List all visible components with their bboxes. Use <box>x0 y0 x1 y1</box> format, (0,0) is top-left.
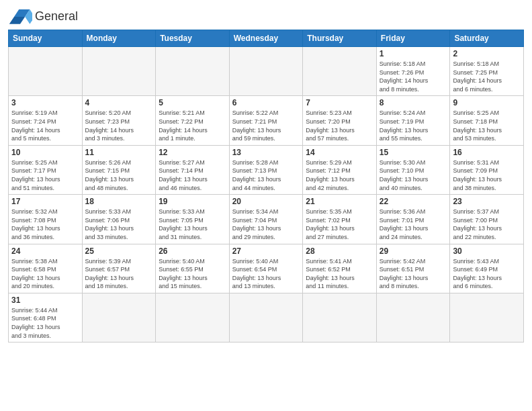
day-number: 13 <box>232 148 300 157</box>
calendar-cell <box>229 47 303 96</box>
calendar-cell: 9Sunrise: 5:25 AM Sunset: 7:18 PM Daylig… <box>450 96 524 145</box>
calendar-cell: 24Sunrise: 5:38 AM Sunset: 6:58 PM Dayli… <box>9 244 83 293</box>
calendar-cell: 12Sunrise: 5:27 AM Sunset: 7:14 PM Dayli… <box>156 145 230 194</box>
calendar: SundayMondayTuesdayWednesdayThursdayFrid… <box>8 30 524 342</box>
day-number: 15 <box>380 148 447 157</box>
calendar-cell <box>9 47 83 96</box>
calendar-cell <box>376 293 450 342</box>
calendar-cell: 30Sunrise: 5:43 AM Sunset: 6:49 PM Dayli… <box>450 244 524 293</box>
calendar-cell: 3Sunrise: 5:19 AM Sunset: 7:24 PM Daylig… <box>9 96 83 145</box>
day-info: Sunrise: 5:32 AM Sunset: 7:08 PM Dayligh… <box>11 208 79 241</box>
calendar-cell: 31Sunrise: 5:44 AM Sunset: 6:48 PM Dayli… <box>9 293 83 342</box>
day-info: Sunrise: 5:22 AM Sunset: 7:21 PM Dayligh… <box>232 109 300 142</box>
weekday-header-tuesday: Tuesday <box>156 30 230 47</box>
day-number: 24 <box>11 246 79 256</box>
day-number: 19 <box>159 197 226 206</box>
calendar-cell: 17Sunrise: 5:32 AM Sunset: 7:08 PM Dayli… <box>9 195 83 244</box>
weekday-header-friday: Friday <box>376 30 450 47</box>
calendar-cell <box>303 47 377 96</box>
day-number: 2 <box>453 49 521 58</box>
day-info: Sunrise: 5:29 AM Sunset: 7:12 PM Dayligh… <box>306 158 373 192</box>
calendar-cell: 7Sunrise: 5:23 AM Sunset: 7:20 PM Daylig… <box>303 96 377 145</box>
calendar-cell: 20Sunrise: 5:34 AM Sunset: 7:04 PM Dayli… <box>229 195 303 244</box>
calendar-cell: 14Sunrise: 5:29 AM Sunset: 7:12 PM Dayli… <box>303 145 377 194</box>
calendar-cell <box>450 293 524 342</box>
header: General <box>8 7 524 26</box>
logo-text: General <box>35 10 78 23</box>
day-number: 28 <box>306 246 373 256</box>
calendar-cell: 16Sunrise: 5:31 AM Sunset: 7:09 PM Dayli… <box>450 145 524 194</box>
calendar-cell <box>303 293 377 342</box>
day-info: Sunrise: 5:41 AM Sunset: 6:52 PM Dayligh… <box>306 257 373 291</box>
day-info: Sunrise: 5:42 AM Sunset: 6:51 PM Dayligh… <box>380 257 447 291</box>
day-number: 7 <box>306 98 373 107</box>
weekday-header-saturday: Saturday <box>450 30 524 47</box>
weekday-header-monday: Monday <box>82 30 156 47</box>
svg-marker-1 <box>9 17 25 24</box>
day-number: 31 <box>11 295 79 305</box>
weekday-header-thursday: Thursday <box>303 30 377 47</box>
day-info: Sunrise: 5:37 AM Sunset: 7:00 PM Dayligh… <box>453 208 521 241</box>
day-number: 25 <box>85 246 153 256</box>
day-info: Sunrise: 5:44 AM Sunset: 6:48 PM Dayligh… <box>11 306 79 340</box>
day-info: Sunrise: 5:18 AM Sunset: 7:25 PM Dayligh… <box>453 60 521 93</box>
calendar-cell <box>156 293 230 342</box>
day-info: Sunrise: 5:18 AM Sunset: 7:26 PM Dayligh… <box>380 60 447 93</box>
day-info: Sunrise: 5:33 AM Sunset: 7:05 PM Dayligh… <box>159 208 226 241</box>
day-number: 8 <box>380 98 447 107</box>
day-number: 16 <box>453 148 521 157</box>
day-number: 18 <box>85 197 153 206</box>
day-info: Sunrise: 5:43 AM Sunset: 6:49 PM Dayligh… <box>453 257 521 291</box>
calendar-cell: 10Sunrise: 5:25 AM Sunset: 7:17 PM Dayli… <box>9 145 83 194</box>
calendar-cell: 6Sunrise: 5:22 AM Sunset: 7:21 PM Daylig… <box>229 96 303 145</box>
calendar-cell <box>229 293 303 342</box>
calendar-cell: 2Sunrise: 5:18 AM Sunset: 7:25 PM Daylig… <box>450 47 524 96</box>
calendar-cell: 19Sunrise: 5:33 AM Sunset: 7:05 PM Dayli… <box>156 195 230 244</box>
day-info: Sunrise: 5:38 AM Sunset: 6:58 PM Dayligh… <box>11 257 79 291</box>
day-info: Sunrise: 5:30 AM Sunset: 7:10 PM Dayligh… <box>380 158 447 192</box>
day-number: 5 <box>159 98 226 107</box>
week-row-1: 1Sunrise: 5:18 AM Sunset: 7:26 PM Daylig… <box>9 47 524 96</box>
calendar-cell: 27Sunrise: 5:40 AM Sunset: 6:54 PM Dayli… <box>229 244 303 293</box>
calendar-cell: 21Sunrise: 5:35 AM Sunset: 7:02 PM Dayli… <box>303 195 377 244</box>
calendar-cell: 29Sunrise: 5:42 AM Sunset: 6:51 PM Dayli… <box>376 244 450 293</box>
day-info: Sunrise: 5:39 AM Sunset: 6:57 PM Dayligh… <box>85 257 153 291</box>
day-number: 14 <box>306 148 373 157</box>
weekday-header-sunday: Sunday <box>9 30 83 47</box>
day-number: 1 <box>380 49 447 58</box>
day-number: 21 <box>306 197 373 206</box>
week-row-6: 31Sunrise: 5:44 AM Sunset: 6:48 PM Dayli… <box>9 293 524 342</box>
calendar-cell: 28Sunrise: 5:41 AM Sunset: 6:52 PM Dayli… <box>303 244 377 293</box>
day-number: 6 <box>232 98 300 107</box>
calendar-cell <box>82 47 156 96</box>
day-info: Sunrise: 5:40 AM Sunset: 6:54 PM Dayligh… <box>232 257 300 291</box>
day-number: 3 <box>11 98 79 107</box>
calendar-cell: 13Sunrise: 5:28 AM Sunset: 7:13 PM Dayli… <box>229 145 303 194</box>
week-row-4: 17Sunrise: 5:32 AM Sunset: 7:08 PM Dayli… <box>9 195 524 244</box>
calendar-cell: 23Sunrise: 5:37 AM Sunset: 7:00 PM Dayli… <box>450 195 524 244</box>
day-info: Sunrise: 5:36 AM Sunset: 7:01 PM Dayligh… <box>380 208 447 241</box>
day-info: Sunrise: 5:35 AM Sunset: 7:02 PM Dayligh… <box>306 208 373 241</box>
logo-icon <box>8 7 32 26</box>
calendar-cell: 5Sunrise: 5:21 AM Sunset: 7:22 PM Daylig… <box>156 96 230 145</box>
day-info: Sunrise: 5:21 AM Sunset: 7:22 PM Dayligh… <box>159 109 226 142</box>
day-number: 17 <box>11 197 79 206</box>
week-row-5: 24Sunrise: 5:38 AM Sunset: 6:58 PM Dayli… <box>9 244 524 293</box>
day-number: 11 <box>85 148 153 157</box>
day-info: Sunrise: 5:40 AM Sunset: 6:55 PM Dayligh… <box>159 257 226 291</box>
day-info: Sunrise: 5:31 AM Sunset: 7:09 PM Dayligh… <box>453 158 521 192</box>
day-info: Sunrise: 5:25 AM Sunset: 7:18 PM Dayligh… <box>453 109 521 142</box>
day-number: 9 <box>453 98 521 107</box>
logo: General <box>8 7 78 26</box>
day-number: 26 <box>159 246 226 256</box>
week-row-2: 3Sunrise: 5:19 AM Sunset: 7:24 PM Daylig… <box>9 96 524 145</box>
day-number: 4 <box>85 98 153 107</box>
calendar-cell: 25Sunrise: 5:39 AM Sunset: 6:57 PM Dayli… <box>82 244 156 293</box>
day-number: 20 <box>232 197 300 206</box>
day-info: Sunrise: 5:27 AM Sunset: 7:14 PM Dayligh… <box>159 158 226 192</box>
day-number: 29 <box>380 246 447 256</box>
day-info: Sunrise: 5:34 AM Sunset: 7:04 PM Dayligh… <box>232 208 300 241</box>
day-info: Sunrise: 5:20 AM Sunset: 7:23 PM Dayligh… <box>85 109 153 142</box>
weekday-header-row: SundayMondayTuesdayWednesdayThursdayFrid… <box>9 30 524 47</box>
page: General SundayMondayTuesdayWednesdayThur… <box>0 0 532 411</box>
